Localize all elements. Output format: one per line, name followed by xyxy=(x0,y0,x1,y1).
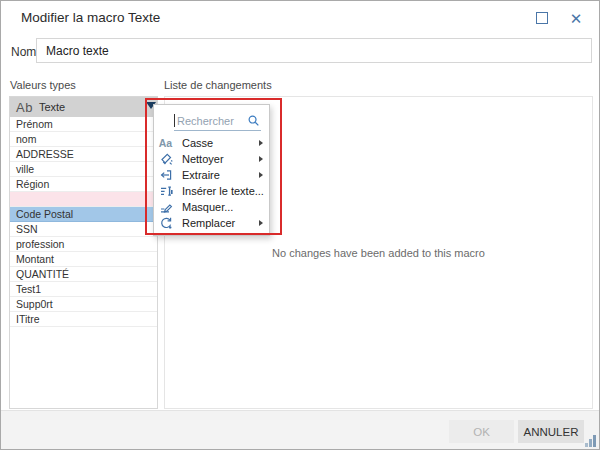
list-item-addresse[interactable]: ADDRESSE xyxy=(10,147,157,162)
list-item-ville[interactable]: ville xyxy=(10,162,157,177)
list-item-label: Supp0rt xyxy=(16,298,53,310)
menu-item-ins-rer-le-texte[interactable]: Insérer le texte... xyxy=(154,183,269,199)
font-case-icon: Aa xyxy=(158,136,173,150)
list-item-quantit[interactable]: QUANTITÉ xyxy=(10,267,157,282)
list-item-profession[interactable]: profession xyxy=(10,237,157,252)
list-item-label: nom xyxy=(16,133,36,145)
list-item-nom[interactable]: nom xyxy=(10,132,157,147)
ok-button[interactable]: OK xyxy=(449,420,514,443)
menu-item-label: Casse xyxy=(182,137,259,149)
resize-grip[interactable] xyxy=(583,434,596,447)
submenu-arrow-icon xyxy=(259,140,263,146)
footer-bar: OK ANNULER xyxy=(1,410,599,450)
menu-item-label: Extraire xyxy=(182,169,259,181)
text-type-icon: Ab xyxy=(16,100,33,115)
menu-item-label: Masquer... xyxy=(182,201,265,213)
menu-item-extraire[interactable]: Extraire xyxy=(154,167,269,183)
extract-icon xyxy=(158,168,173,182)
mask-icon xyxy=(158,200,173,214)
list-header-label: Texte xyxy=(39,101,65,113)
list-item-label: ITitre xyxy=(16,313,40,325)
close-button[interactable]: ✕ xyxy=(565,8,587,28)
list-item-label: QUANTITÉ xyxy=(16,268,69,280)
maximize-icon xyxy=(536,12,548,24)
list-item-ssn[interactable]: SSN xyxy=(10,222,157,237)
clean-icon xyxy=(158,152,173,166)
submenu-arrow-icon xyxy=(259,172,263,178)
list-item-pr-nom[interactable]: Prénom xyxy=(10,117,157,132)
menu-item-remplacer[interactable]: Remplacer xyxy=(154,215,269,231)
modify-macro-dialog: Modifier la macro Texte ✕ Nom Valeurs ty… xyxy=(0,0,600,450)
list-item-label: Montant xyxy=(16,253,54,265)
list-item-supp0rt[interactable]: Supp0rt xyxy=(10,297,157,312)
list-item-label: profession xyxy=(16,238,64,250)
text-caret xyxy=(174,114,175,127)
list-item-test1[interactable]: Test1 xyxy=(10,282,157,297)
list-item-ititre[interactable]: ITitre xyxy=(10,312,157,327)
value-type-list: Ab Texte PrénomnomADDRESSEvilleRégionCod… xyxy=(9,96,158,409)
value-type-list-body: PrénomnomADDRESSEvilleRégionCode PostalS… xyxy=(10,117,157,327)
list-item-r-gion[interactable]: Région xyxy=(10,177,157,192)
list-item-label: Prénom xyxy=(16,118,53,130)
menu-item-label: Insérer le texte... xyxy=(182,185,265,197)
list-item-label: Code Postal xyxy=(16,208,73,220)
list-item-label: SSN xyxy=(16,223,38,235)
submenu-arrow-icon xyxy=(259,156,263,162)
list-item-label: Région xyxy=(16,178,49,190)
list-item-empty[interactable] xyxy=(10,192,157,207)
list-item-label: ADDRESSE xyxy=(16,148,74,160)
changes-list-label: Liste de changements xyxy=(164,79,272,91)
insert-text-icon xyxy=(158,184,173,198)
list-item-montant[interactable]: Montant xyxy=(10,252,157,267)
submenu-arrow-icon xyxy=(259,220,263,226)
menu-item-label: Remplacer xyxy=(182,217,259,229)
menu-item-masquer[interactable]: Masquer... xyxy=(154,199,269,215)
dialog-title: Modifier la macro Texte xyxy=(21,10,160,25)
menu-item-nettoyer[interactable]: Nettoyer xyxy=(154,151,269,167)
list-item-code-postal[interactable]: Code Postal xyxy=(10,207,157,222)
search-placeholder: Rechercher xyxy=(177,115,247,127)
menu-item-list: AaCasseNettoyerExtraireInsérer le texte.… xyxy=(154,135,269,231)
replace-icon xyxy=(158,216,173,230)
search-icon xyxy=(247,114,260,127)
close-icon: ✕ xyxy=(570,11,583,26)
list-header-texte[interactable]: Ab Texte xyxy=(10,97,157,117)
list-item-label: ville xyxy=(16,163,34,175)
empty-changes-message: No changes have been added to this macro xyxy=(272,247,485,259)
menu-item-casse[interactable]: AaCasse xyxy=(154,135,269,151)
menu-item-label: Nettoyer xyxy=(182,153,259,165)
maximize-button[interactable] xyxy=(531,8,553,28)
list-item-label: Test1 xyxy=(16,283,41,295)
changes-dropdown-menu: Rechercher AaCasseNettoyerExtraireInsére… xyxy=(153,104,270,236)
menu-search-input[interactable]: Rechercher xyxy=(174,111,261,131)
cancel-button[interactable]: ANNULER xyxy=(518,420,584,443)
name-label: Nom xyxy=(11,45,36,59)
value-types-label: Valeurs types xyxy=(10,79,76,91)
macro-name-input[interactable] xyxy=(36,38,592,63)
